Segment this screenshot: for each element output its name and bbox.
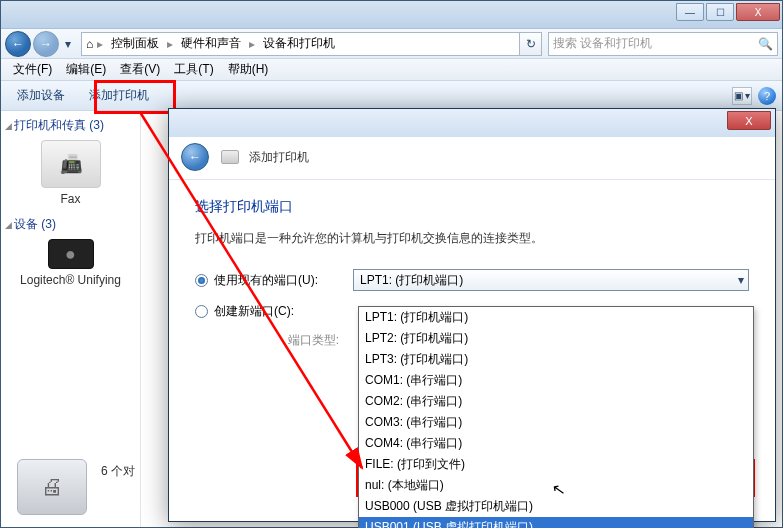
nav-back-button[interactable]: ← bbox=[5, 31, 31, 57]
port-option[interactable]: LPT1: (打印机端口) bbox=[359, 307, 753, 328]
breadcrumb-sep-icon: ▸ bbox=[97, 37, 103, 51]
group-label: 打印机和传真 (3) bbox=[14, 117, 104, 134]
help-button[interactable]: ? bbox=[758, 87, 776, 105]
select-value: LPT1: (打印机端口) bbox=[360, 272, 463, 289]
dialog-heading: 选择打印机端口 bbox=[195, 198, 749, 216]
breadcrumb[interactable]: ⌂ ▸ 控制面板 ▸ 硬件和声音 ▸ 设备和打印机 bbox=[81, 32, 520, 56]
nav-forward-button[interactable]: → bbox=[33, 31, 59, 57]
breadcrumb-item[interactable]: 硬件和声音 bbox=[177, 33, 245, 54]
device-receiver[interactable]: ● Logitech® Unifying bbox=[5, 239, 136, 287]
dialog-close-button[interactable]: X bbox=[727, 111, 771, 130]
menu-help[interactable]: 帮助(H) bbox=[222, 59, 275, 80]
usb-receiver-icon: ● bbox=[48, 239, 94, 269]
printer-camera-icon: 🖨 bbox=[17, 459, 87, 515]
port-type-label: 端口类型: bbox=[195, 332, 345, 349]
device-label: Logitech® Unifying bbox=[20, 273, 121, 287]
device-large-icon[interactable]: 🖨 bbox=[12, 459, 92, 519]
dialog-back-button[interactable]: ← bbox=[181, 143, 209, 171]
port-option[interactable]: COM2: (串行端口) bbox=[359, 391, 753, 412]
root-icon: ⌂ bbox=[86, 37, 93, 51]
port-select[interactable]: LPT1: (打印机端口) ▾ bbox=[353, 269, 749, 291]
create-new-radio[interactable]: 创建新端口(C): bbox=[195, 303, 345, 320]
port-option[interactable]: LPT2: (打印机端口) bbox=[359, 328, 753, 349]
group-header-printers[interactable]: ◢ 打印机和传真 (3) bbox=[5, 117, 136, 134]
port-option[interactable]: COM1: (串行端口) bbox=[359, 370, 753, 391]
nav-history-dropdown[interactable]: ▾ bbox=[61, 31, 75, 57]
dialog-header: ← 添加打印机 bbox=[169, 137, 775, 180]
minimize-button[interactable]: — bbox=[676, 3, 704, 21]
port-option[interactable]: COM4: (串行端口) bbox=[359, 433, 753, 454]
group-header-devices[interactable]: ◢ 设备 (3) bbox=[5, 216, 136, 233]
menu-tools[interactable]: 工具(T) bbox=[168, 59, 219, 80]
search-input[interactable]: 搜索 设备和打印机 🔍 bbox=[548, 32, 778, 56]
radio-icon bbox=[195, 305, 208, 318]
menu-bar: 文件(F) 编辑(E) 查看(V) 工具(T) 帮助(H) bbox=[1, 59, 782, 81]
add-device-button[interactable]: 添加设备 bbox=[7, 83, 75, 108]
breadcrumb-sep-icon: ▸ bbox=[249, 37, 255, 51]
port-option[interactable]: LPT3: (打印机端口) bbox=[359, 349, 753, 370]
radio-label: 创建新端口(C): bbox=[214, 303, 294, 320]
dialog-titlebar: X bbox=[169, 109, 775, 137]
window-titlebar: — ☐ X bbox=[1, 1, 782, 29]
dialog-title: 添加打印机 bbox=[249, 149, 309, 166]
radio-icon bbox=[195, 274, 208, 287]
breadcrumb-item[interactable]: 控制面板 bbox=[107, 33, 163, 54]
count-text: 6 个对 bbox=[101, 463, 135, 480]
group-label: 设备 (3) bbox=[14, 216, 56, 233]
port-option[interactable]: FILE: (打印到文件) bbox=[359, 454, 753, 475]
search-placeholder: 搜索 设备和打印机 bbox=[553, 35, 652, 52]
menu-file[interactable]: 文件(F) bbox=[7, 59, 58, 80]
refresh-button[interactable]: ↻ bbox=[520, 32, 542, 56]
fax-icon: 📠 bbox=[41, 140, 101, 188]
printer-icon bbox=[221, 150, 239, 164]
collapse-icon: ◢ bbox=[5, 220, 12, 230]
menu-view[interactable]: 查看(V) bbox=[114, 59, 166, 80]
port-option[interactable]: COM3: (串行端口) bbox=[359, 412, 753, 433]
use-existing-radio[interactable]: 使用现有的端口(U): bbox=[195, 272, 345, 289]
command-bar: 添加设备 添加打印机 ▣ ▾ ? bbox=[1, 81, 782, 111]
close-button[interactable]: X bbox=[736, 3, 780, 21]
collapse-icon: ◢ bbox=[5, 121, 12, 131]
device-label: Fax bbox=[60, 192, 80, 206]
breadcrumb-sep-icon: ▸ bbox=[167, 37, 173, 51]
breadcrumb-item[interactable]: 设备和打印机 bbox=[259, 33, 339, 54]
add-printer-button[interactable]: 添加打印机 bbox=[79, 83, 159, 108]
menu-edit[interactable]: 编辑(E) bbox=[60, 59, 112, 80]
device-fax[interactable]: 📠 Fax bbox=[5, 140, 136, 206]
dialog-description: 打印机端口是一种允许您的计算机与打印机交换信息的连接类型。 bbox=[195, 230, 749, 247]
radio-label: 使用现有的端口(U): bbox=[214, 272, 318, 289]
port-option[interactable]: USB001 (USB 虚拟打印机端口) bbox=[359, 517, 753, 528]
chevron-down-icon: ▾ bbox=[738, 273, 744, 287]
search-icon: 🔍 bbox=[758, 37, 773, 51]
view-options-button[interactable]: ▣ ▾ bbox=[732, 87, 752, 105]
maximize-button[interactable]: ☐ bbox=[706, 3, 734, 21]
address-bar: ← → ▾ ⌂ ▸ 控制面板 ▸ 硬件和声音 ▸ 设备和打印机 ↻ 搜索 设备和… bbox=[1, 29, 782, 59]
